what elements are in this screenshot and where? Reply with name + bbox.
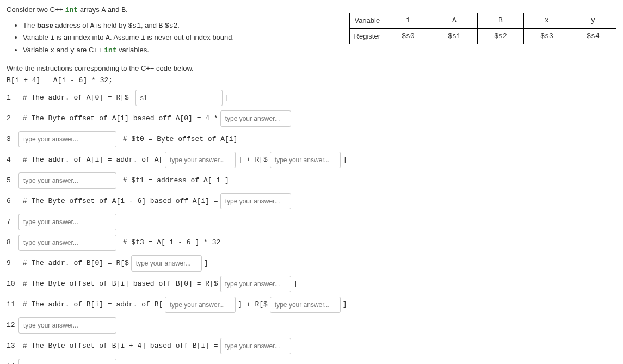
- answer-input[interactable]: type your answer...: [18, 317, 116, 334]
- answer-input[interactable]: type your answer...: [220, 338, 291, 354]
- code-line-13: 13 # The Byte offset of B[i + 4] based o…: [7, 338, 616, 354]
- text: B: [121, 6, 126, 14]
- line-number: 10: [7, 279, 16, 289]
- answer-input[interactable]: type your answer...: [220, 110, 291, 127]
- comment-text: # $t1 = address of A[ i ]: [119, 175, 229, 186]
- keyword-int: int: [65, 6, 78, 14]
- answer-input[interactable]: s1: [135, 90, 223, 106]
- comment-text: ]: [225, 92, 229, 103]
- line-number: 8: [7, 237, 16, 248]
- table-header-variable: Variable: [349, 13, 385, 29]
- comment-text: ]: [204, 258, 208, 269]
- table-cell: B: [478, 13, 524, 29]
- table-cell: i: [385, 13, 431, 29]
- code-line-14: 14 type your answer...: [7, 359, 616, 364]
- register-table: Variable i A B x y Register $s0 $s1 $s2 …: [349, 13, 616, 44]
- line-number: 2: [7, 113, 16, 124]
- line-number: 3: [7, 134, 16, 145]
- line-number: 13: [7, 341, 16, 351]
- line-number: 12: [7, 320, 16, 331]
- answer-input[interactable]: type your answer...: [18, 172, 116, 189]
- code-line-2: 2 # The Byte offset of A[i] based off A[…: [7, 110, 616, 127]
- bullet-item: The base address of A is held by $s1, an…: [23, 20, 387, 32]
- answer-input[interactable]: type your answer...: [18, 131, 116, 147]
- line-number: 6: [7, 196, 16, 207]
- text: C++: [48, 5, 65, 14]
- code-line-4: 4 # The addr. of A[i] = addr. of A[ type…: [7, 152, 616, 168]
- code-line-9: 9 # The addr. of B[0] = R[$ type your an…: [7, 255, 616, 272]
- table-cell: A: [431, 13, 478, 29]
- answer-input[interactable]: type your answer...: [270, 152, 341, 168]
- comment-text: # $t3 = A[ i - 6 ] * 32: [119, 237, 220, 248]
- code-line-7: 7 type your answer...: [7, 214, 616, 230]
- comment-text: # The Byte offset of B[i] based off B[0]…: [18, 279, 218, 289]
- line-number: 1: [7, 92, 16, 103]
- answer-input[interactable]: type your answer...: [165, 152, 236, 168]
- table-cell: $s1: [431, 28, 478, 44]
- code-expression: B[i + 4] = A[i - 6] * 32;: [7, 75, 616, 86]
- comment-text: # The Byte offset of A[i] based off A[0]…: [18, 113, 218, 124]
- comment-text: # The addr. of B[i] = addr. of B[: [18, 299, 163, 310]
- table-cell: $s3: [524, 28, 570, 44]
- comment-text: ]: [343, 299, 347, 310]
- comment-text: # The addr. of A[i] = addr. of A[: [18, 155, 163, 165]
- table-cell: x: [524, 13, 570, 29]
- answer-input[interactable]: type your answer...: [18, 359, 116, 364]
- comment-text: # The Byte offset of A[i - 6] based off …: [18, 196, 218, 207]
- intro-text: Consider two C++ int arrays A and B. The…: [7, 4, 387, 55]
- answer-input[interactable]: type your answer...: [270, 297, 341, 313]
- keyword-int: int: [104, 46, 116, 54]
- line-number: 9: [7, 258, 16, 269]
- text: Consider: [7, 5, 37, 14]
- code-line-6: 6 # The Byte offset of A[i - 6] based of…: [7, 193, 616, 209]
- comment-text: ] + R[$: [238, 299, 268, 310]
- comment-text: ] + R[$: [238, 155, 268, 165]
- text: and: [106, 5, 121, 14]
- comment-text: # The addr. of B[0] = R[$: [18, 258, 129, 269]
- answer-input[interactable]: type your answer...: [220, 193, 291, 209]
- line-number: 14: [7, 361, 16, 364]
- text: arrays: [78, 5, 101, 14]
- code-line-12: 12 type your answer...: [7, 317, 616, 334]
- question-text: Write the instructions corresponding to …: [7, 63, 616, 74]
- comment-text: # $t0 = Byte offset of A[i]: [119, 134, 237, 145]
- code-line-10: 10 # The Byte offset of B[i] based off B…: [7, 276, 616, 292]
- code-line-8: 8 type your answer... # $t3 = A[ i - 6 ]…: [7, 235, 616, 251]
- comment-text: ]: [293, 279, 298, 289]
- answer-input[interactable]: type your answer...: [165, 297, 236, 313]
- answer-input[interactable]: type your answer...: [131, 255, 202, 272]
- line-number: 11: [7, 299, 16, 310]
- line-number: 7: [7, 217, 16, 227]
- answer-input[interactable]: type your answer...: [18, 235, 116, 251]
- answer-input[interactable]: type your answer...: [220, 276, 291, 292]
- line-number: 5: [7, 175, 16, 186]
- code-line-3: 3 type your answer... # $t0 = Byte offse…: [7, 131, 616, 147]
- comment-text: ]: [343, 155, 347, 165]
- text: two: [37, 5, 48, 14]
- comment-text: # The addr. of A[0] = R[$: [18, 92, 133, 103]
- table-cell: y: [570, 13, 616, 29]
- text: .: [126, 5, 128, 14]
- code-line-1: 1 # The addr. of A[0] = R[$ s1 ]: [7, 90, 616, 106]
- comment-text: # The Byte offset of B[i + 4] based off …: [18, 341, 218, 351]
- table-cell: $s0: [385, 28, 431, 44]
- bullet-item: Variable x and y are C++ int variables.: [23, 45, 387, 56]
- code-line-11: 11 # The addr. of B[i] = addr. of B[ typ…: [7, 297, 616, 313]
- line-number: 4: [7, 155, 16, 165]
- answer-input[interactable]: type your answer...: [18, 214, 116, 230]
- table-cell: $s2: [478, 28, 524, 44]
- bullet-item: Variable i is an index into A. Assume i …: [23, 32, 387, 44]
- table-cell: $s4: [570, 28, 616, 44]
- code-line-5: 5 type your answer... # $t1 = address of…: [7, 172, 616, 189]
- table-header-register: Register: [349, 28, 385, 44]
